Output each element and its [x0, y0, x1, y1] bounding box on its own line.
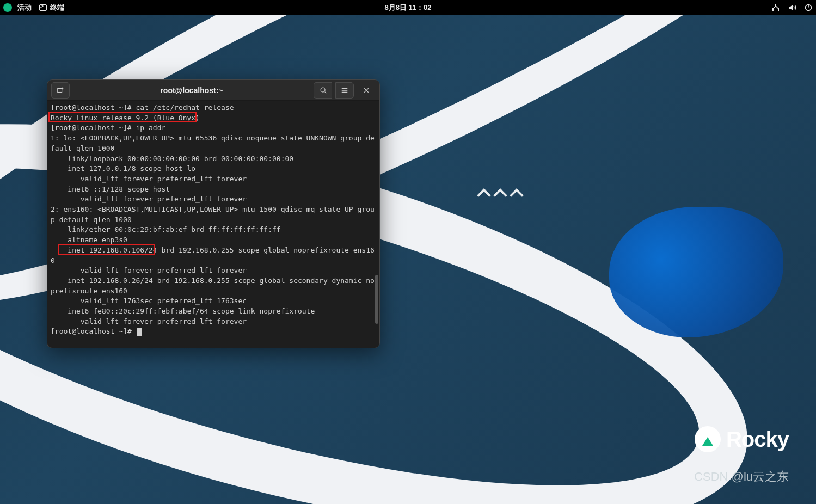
- close-button[interactable]: [357, 82, 376, 99]
- terminal-title: root@localhost:~: [71, 86, 312, 95]
- terminal-cursor: [137, 328, 142, 336]
- terminal-icon: [39, 4, 47, 11]
- app-menu-terminal[interactable]: 终端: [39, 3, 64, 13]
- close-icon: [363, 87, 370, 94]
- new-tab-button[interactable]: [51, 82, 70, 99]
- wallpaper-accent: [609, 207, 783, 337]
- volume-icon[interactable]: [788, 3, 796, 12]
- hamburger-icon: [341, 87, 348, 94]
- terminal-line: [root@localhost ~]#: [51, 327, 376, 337]
- rocky-logo-text: Rocky: [726, 427, 789, 452]
- datetime-label: 8月8日 11：02: [385, 3, 432, 11]
- scrollbar-thumb[interactable]: [375, 275, 378, 324]
- terminal-line: link/ether 00:0c:29:bf:ab:ef brd ff:ff:f…: [51, 225, 376, 235]
- activities-button[interactable]: 活动: [3, 3, 32, 13]
- svg-point-6: [321, 88, 325, 92]
- power-icon[interactable]: [804, 3, 813, 12]
- rocky-logo-icon: [695, 426, 721, 452]
- search-button[interactable]: [314, 82, 332, 99]
- terminal-line: inet 127.0.0.1/8 scope host lo: [51, 164, 376, 174]
- terminal-line: inet 192.168.0.106/24 brd 192.168.0.255 …: [51, 245, 376, 266]
- terminal-line: 1: lo: <LOOPBACK,UP,LOWER_UP> mtu 65536 …: [51, 133, 376, 153]
- terminal-line: valid_lft forever preferred_lft forever: [51, 194, 376, 205]
- watermark: CSDN @lu云之东: [694, 469, 789, 485]
- system-status-area[interactable]: [771, 3, 813, 12]
- terminal-body[interactable]: [root@localhost ~]# cat /etc/redhat-rele…: [47, 101, 379, 348]
- terminal-line: Rocky Linux release 9.2 (Blue Onyx): [51, 113, 376, 124]
- terminal-line: link/loopback 00:00:00:00:00:00 brd 00:0…: [51, 154, 376, 164]
- terminal-line: inet 192.168.0.26/24 brd 192.168.0.255 s…: [51, 276, 376, 296]
- new-tab-icon: [57, 87, 64, 94]
- terminal-titlebar[interactable]: root@localhost:~: [47, 80, 379, 101]
- terminal-line: valid_lft forever preferred_lft forever: [51, 266, 376, 276]
- app-menu-label: 终端: [50, 3, 64, 13]
- activities-label: 活动: [17, 3, 32, 13]
- activities-icon: [3, 3, 12, 12]
- terminal-line: altname enp3s0: [51, 235, 376, 245]
- terminal-line: inet6 ::1/128 scope host: [51, 185, 376, 195]
- terminal-window[interactable]: root@localhost:~ [root@localhost ~]# cat…: [47, 79, 380, 348]
- terminal-line: inet6 fe80::20c:29ff:febf:abef/64 scope …: [51, 306, 376, 317]
- terminal-line: 2: ens160: <BROADCAST,MULTICAST,UP,LOWER…: [51, 205, 376, 225]
- rocky-logo: Rocky: [695, 426, 789, 452]
- terminal-line: valid_lft forever preferred_lft forever: [51, 174, 376, 185]
- svg-rect-5: [58, 88, 62, 92]
- network-icon[interactable]: [771, 3, 780, 12]
- gnome-topbar[interactable]: 活动 终端 8月8日 11：02: [0, 0, 816, 15]
- terminal-line: valid_lft forever preferred_lft forever: [51, 317, 376, 327]
- menu-button[interactable]: [335, 82, 354, 99]
- wallpaper-chevrons: [479, 190, 521, 200]
- terminal-line: [root@localhost ~]# cat /etc/redhat-rele…: [51, 103, 376, 113]
- svg-rect-4: [808, 4, 809, 8]
- terminal-line: valid_lft 1763sec preferred_lft 1763sec: [51, 296, 376, 306]
- terminal-line: [root@localhost ~]# ip addr: [51, 123, 376, 133]
- search-icon: [320, 87, 327, 94]
- clock[interactable]: 8月8日 11：02: [385, 3, 432, 13]
